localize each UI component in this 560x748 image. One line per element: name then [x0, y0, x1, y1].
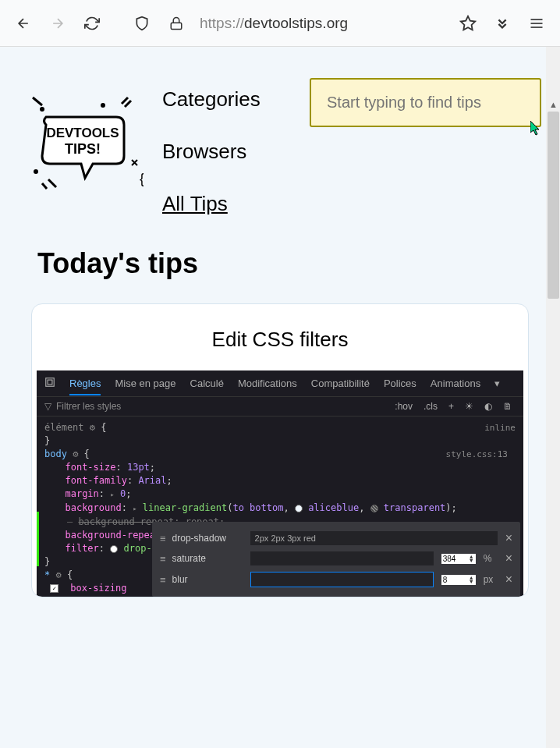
- close-icon[interactable]: ×: [505, 573, 512, 587]
- saturate-slider[interactable]: [250, 551, 434, 565]
- change-indicator: [37, 512, 39, 566]
- tab-calcule[interactable]: Calculé: [190, 378, 224, 389]
- overflow-button[interactable]: [488, 9, 516, 37]
- svg-line-11: [48, 179, 56, 187]
- svg-rect-15: [48, 380, 52, 385]
- svg-rect-14: [46, 378, 55, 387]
- filter-swatch-icon[interactable]: [110, 545, 118, 553]
- tip-card: Edit CSS filters Règles Mise en page Cal…: [31, 303, 529, 597]
- browser-toolbar: https://devtoolstips.org: [0, 0, 560, 47]
- tab-dropdown-icon[interactable]: ▾: [494, 378, 500, 389]
- menu-button[interactable]: [523, 9, 551, 37]
- nav-all-tips[interactable]: All Tips: [162, 192, 261, 216]
- blur-number-input[interactable]: 8▲▼: [441, 575, 476, 585]
- drop-shadow-input[interactable]: [250, 531, 498, 545]
- svg-marker-1: [461, 16, 475, 29]
- svg-text:DEVTOOLS: DEVTOOLS: [46, 126, 119, 140]
- tab-animations[interactable]: Animations: [431, 378, 480, 389]
- filter-icon[interactable]: ▽: [44, 401, 51, 412]
- svg-rect-0: [171, 23, 182, 29]
- print-icon[interactable]: 🗎: [500, 401, 516, 412]
- tab-compatibilite[interactable]: Compatibilité: [311, 378, 370, 389]
- main-nav: Categories Browsers All Tips: [162, 78, 261, 216]
- filter-row-saturate: ≡ saturate 384▲▼ % ×: [160, 548, 512, 569]
- cls-toggle[interactable]: .cls: [420, 401, 441, 412]
- drag-handle-icon[interactable]: ≡: [160, 574, 165, 586]
- tip-title[interactable]: Edit CSS filters: [32, 328, 528, 352]
- scroll-up-icon[interactable]: ▲: [549, 100, 558, 109]
- site-logo[interactable]: DEVTOOLS TIPS! {}: [19, 78, 144, 203]
- checkbox-icon[interactable]: ✓: [50, 584, 58, 593]
- plus-icon[interactable]: +: [445, 401, 457, 412]
- contrast-icon[interactable]: ◐: [481, 401, 495, 412]
- drag-handle-icon[interactable]: ≡: [160, 533, 165, 544]
- filter-bar: ▽ Filtrer les styles :hov .cls + ☀ ◐ 🗎: [37, 397, 523, 417]
- inspector-icon[interactable]: [44, 377, 55, 390]
- page-title: Today's tips: [0, 216, 560, 303]
- scrollbar[interactable]: ▲: [546, 47, 560, 748]
- svg-line-10: [33, 97, 42, 105]
- tab-regles[interactable]: Règles: [69, 378, 101, 395]
- tab-modifications[interactable]: Modifications: [238, 378, 297, 389]
- close-icon[interactable]: ×: [505, 531, 512, 545]
- mouse-cursor: [530, 121, 543, 140]
- search-input[interactable]: [310, 78, 541, 127]
- blur-slider[interactable]: [250, 572, 434, 587]
- swatch-transparent[interactable]: [370, 505, 378, 512]
- svg-point-8: [101, 103, 105, 108]
- drag-handle-icon[interactable]: ≡: [160, 553, 165, 565]
- devtools-tabs: Règles Mise en page Calculé Modification…: [37, 370, 523, 397]
- nav-browsers[interactable]: Browsers: [162, 140, 261, 164]
- reload-button[interactable]: [78, 9, 106, 37]
- page-content: ▲ DEVTOOLS TIPS! {} Categ: [0, 47, 560, 748]
- devtools-panel: Règles Mise en page Calculé Modification…: [37, 370, 523, 597]
- lock-icon[interactable]: [162, 9, 190, 37]
- svg-point-7: [40, 107, 44, 112]
- tab-mise-en-page[interactable]: Mise en page: [115, 378, 175, 389]
- svg-line-12: [42, 183, 47, 189]
- svg-text:TIPS!: TIPS!: [65, 141, 101, 157]
- saturate-number-input[interactable]: 384▲▼: [441, 554, 476, 564]
- back-button[interactable]: [9, 9, 37, 37]
- hov-toggle[interactable]: :hov: [392, 401, 416, 412]
- close-icon[interactable]: ×: [505, 551, 512, 565]
- filter-row-blur: ≡ blur 8▲▼ px ×: [160, 569, 512, 590]
- url-bar[interactable]: https://devtoolstips.org: [197, 15, 448, 32]
- forward-button: [44, 9, 72, 37]
- tab-polices[interactable]: Polices: [384, 378, 416, 389]
- swatch-aliceblue[interactable]: [295, 505, 303, 512]
- filter-input[interactable]: Filtrer les styles: [56, 401, 121, 412]
- scrollbar-thumb[interactable]: [548, 112, 559, 299]
- filter-row-drop-shadow: ≡ drop-shadow ×: [160, 528, 512, 548]
- svg-point-9: [34, 169, 38, 174]
- light-icon[interactable]: ☀: [462, 401, 477, 412]
- filter-editor-popup: ≡ drop-shadow × ≡ saturate 384▲▼ % × ≡ b…: [152, 522, 520, 597]
- nav-categories[interactable]: Categories: [162, 87, 261, 112]
- shield-icon[interactable]: [128, 9, 156, 37]
- svg-text:{}: {}: [140, 171, 144, 186]
- bookmark-button[interactable]: [454, 9, 482, 37]
